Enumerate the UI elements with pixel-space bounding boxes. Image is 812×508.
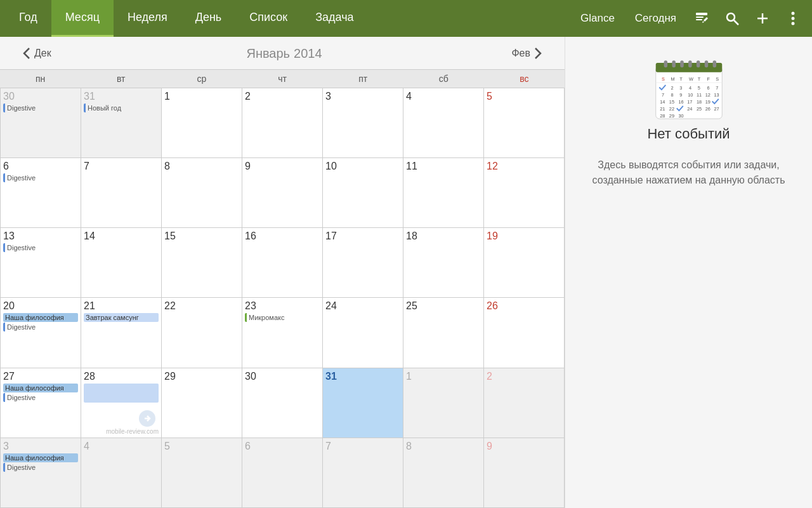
- cell-feb-4[interactable]: 4: [81, 438, 162, 508]
- glance-button[interactable]: Glance: [572, 0, 624, 37]
- today-button[interactable]: Сегодня: [626, 0, 685, 37]
- svg-rect-0: [696, 13, 707, 15]
- day-header-wed: ср: [161, 70, 242, 88]
- cell-jan-23[interactable]: 23 Микромакс: [242, 298, 323, 368]
- svg-text:5: 5: [697, 85, 700, 91]
- cell-jan-7[interactable]: 7: [81, 158, 162, 228]
- chevron-right-icon: [534, 47, 542, 60]
- svg-rect-13: [664, 60, 667, 67]
- more-icon: [791, 11, 795, 25]
- tab-list[interactable]: Список: [235, 0, 301, 37]
- add-icon: [755, 11, 770, 26]
- svg-rect-2: [696, 19, 702, 20]
- tab-year[interactable]: Год: [5, 0, 51, 37]
- svg-point-9: [792, 22, 795, 25]
- cell-dec-30[interactable]: 30 Digestive: [1, 88, 81, 158]
- svg-text:13: 13: [714, 92, 719, 98]
- svg-point-8: [792, 17, 795, 20]
- svg-text:11: 11: [696, 92, 701, 98]
- cell-jan-24[interactable]: 24: [323, 298, 403, 368]
- svg-rect-1: [696, 17, 704, 18]
- svg-rect-14: [672, 60, 676, 67]
- tab-task[interactable]: Задача: [301, 0, 367, 37]
- cell-feb-1[interactable]: 1: [403, 368, 484, 438]
- cell-jan-12[interactable]: 12: [484, 158, 565, 228]
- cell-jan-10[interactable]: 10: [323, 158, 403, 228]
- day-headers: пн вт ср чт пт сб вс: [0, 70, 565, 88]
- tab-day[interactable]: День: [181, 0, 236, 37]
- svg-text:26: 26: [705, 106, 710, 112]
- svg-text:7: 7: [716, 85, 718, 91]
- svg-text:29: 29: [669, 113, 674, 119]
- cell-jan-8[interactable]: 8: [162, 158, 242, 228]
- svg-rect-17: [696, 60, 700, 67]
- cell-feb-6[interactable]: 6: [242, 438, 323, 508]
- tab-month[interactable]: Месяц: [51, 0, 114, 37]
- cell-jan-26[interactable]: 26: [484, 298, 565, 368]
- cell-jan-25[interactable]: 25: [403, 298, 484, 368]
- cell-jan-5[interactable]: 5: [484, 88, 565, 158]
- cell-feb-2[interactable]: 2: [484, 368, 565, 438]
- svg-text:W: W: [689, 76, 693, 82]
- svg-text:14: 14: [660, 99, 665, 105]
- cell-jan-9[interactable]: 9: [242, 158, 323, 228]
- cell-feb-9[interactable]: 9: [484, 438, 565, 508]
- cell-jan-18[interactable]: 18: [403, 228, 484, 298]
- cell-dec-31[interactable]: 31 Новый год: [81, 88, 162, 158]
- cell-jan-29[interactable]: 29: [162, 368, 242, 438]
- cell-feb-5[interactable]: 5: [162, 438, 242, 508]
- month-header: Дек Январь2014 Фев: [0, 37, 565, 70]
- cell-jan-2[interactable]: 2: [242, 88, 323, 158]
- cell-feb-3[interactable]: 3 Наша философия Digestive: [1, 438, 81, 508]
- svg-text:2: 2: [671, 85, 673, 91]
- svg-rect-19: [712, 60, 716, 67]
- right-panel: S M T W T F S 2 3 4 5 6 7 7 8 9 10 11 12…: [565, 37, 812, 508]
- cell-jan-16[interactable]: 16: [242, 228, 323, 298]
- cell-feb-7[interactable]: 7: [323, 438, 403, 508]
- more-icon-button[interactable]: [779, 0, 807, 37]
- cell-jan-1[interactable]: 1: [162, 88, 242, 158]
- svg-text:25: 25: [696, 106, 701, 112]
- cell-jan-30[interactable]: 30: [242, 368, 323, 438]
- cell-jan-3[interactable]: 3: [323, 88, 403, 158]
- svg-text:10: 10: [688, 92, 693, 98]
- edit-icon: [694, 11, 709, 26]
- cell-jan-22[interactable]: 22: [162, 298, 242, 368]
- watermark: mobile-review.com: [106, 428, 159, 435]
- cell-feb-8[interactable]: 8: [403, 438, 484, 508]
- cell-jan-14[interactable]: 14: [81, 228, 162, 298]
- prev-month-button[interactable]: Дек: [13, 42, 62, 65]
- svg-text:3: 3: [679, 85, 682, 91]
- cell-jan-6[interactable]: 6 Digestive: [1, 158, 81, 228]
- cell-jan-27[interactable]: 27 Наша философия Digestive: [1, 368, 81, 438]
- svg-text:8: 8: [671, 92, 673, 98]
- main-content: Дек Январь2014 Фев пн вт ср чт пт сб вс: [0, 37, 812, 508]
- day-header-fri: пт: [323, 70, 403, 88]
- svg-text:22: 22: [669, 106, 674, 112]
- edit-icon-button[interactable]: [688, 0, 716, 37]
- svg-text:T: T: [679, 76, 683, 82]
- cell-jan-11[interactable]: 11: [403, 158, 484, 228]
- svg-text:7: 7: [661, 92, 664, 98]
- tab-week[interactable]: Неделя: [114, 0, 181, 37]
- cell-jan-4[interactable]: 4: [403, 88, 484, 158]
- svg-text:21: 21: [660, 106, 665, 112]
- chevron-left-icon: [23, 47, 30, 60]
- next-month-button[interactable]: Фев: [501, 42, 552, 65]
- cell-jan-21[interactable]: 21 Завтрак самсунг: [81, 298, 162, 368]
- no-events-description: Здесь выводятся события или задачи, созд…: [578, 157, 799, 188]
- calendar-icon: S M T W T F S 2 3 4 5 6 7 7 8 9 10 11 12…: [651, 56, 727, 126]
- cell-jan-17[interactable]: 17: [323, 228, 403, 298]
- svg-point-7: [792, 12, 795, 15]
- cell-jan-20[interactable]: 20 Наша философия Digestive: [1, 298, 81, 368]
- cell-jan-31[interactable]: 31: [323, 368, 403, 438]
- cell-jan-13[interactable]: 13 Digestive: [1, 228, 81, 298]
- day-header-tue: вт: [81, 70, 161, 88]
- cell-jan-15[interactable]: 15: [162, 228, 242, 298]
- cell-jan-19[interactable]: 19: [484, 228, 565, 298]
- search-icon-button[interactable]: [718, 0, 746, 37]
- svg-text:30: 30: [678, 113, 683, 119]
- add-icon-button[interactable]: [749, 0, 776, 37]
- cell-jan-28[interactable]: 28 mobile-review.com: [81, 368, 162, 438]
- svg-text:19: 19: [705, 99, 710, 105]
